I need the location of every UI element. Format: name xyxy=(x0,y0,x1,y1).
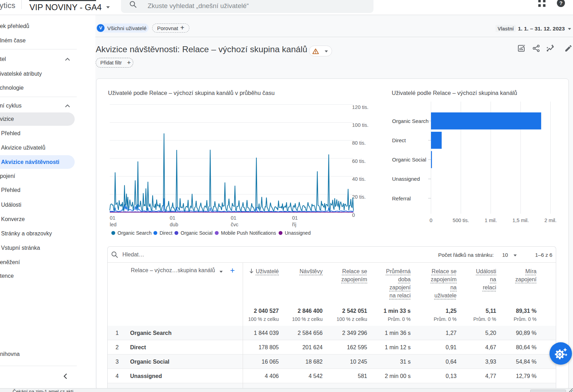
svg-text:Mobile Push Notifications: Mobile Push Notifications xyxy=(221,230,276,236)
svg-text:1 mil.: 1 mil. xyxy=(485,218,497,223)
svg-text:Direct: Direct xyxy=(392,137,406,143)
svg-text:Organic Social: Organic Social xyxy=(392,157,426,163)
svg-text:01: 01 xyxy=(292,215,298,221)
svg-text:čvc: čvc xyxy=(231,222,238,227)
svg-text:Organic Search: Organic Search xyxy=(117,230,151,236)
svg-text:01: 01 xyxy=(231,215,236,221)
svg-text:500 tis.: 500 tis. xyxy=(453,218,469,223)
svg-text:100 tis.: 100 tis. xyxy=(352,122,369,128)
svg-text:60 tis.: 60 tis. xyxy=(352,158,366,164)
svg-text:120 tis.: 120 tis. xyxy=(352,104,369,110)
svg-text:1,5 mil.: 1,5 mil. xyxy=(512,218,529,223)
svg-text:Organic Social: Organic Social xyxy=(181,230,213,236)
svg-text:0: 0 xyxy=(352,212,355,218)
svg-text:80 tis.: 80 tis. xyxy=(352,140,366,146)
svg-text:dub: dub xyxy=(170,222,178,227)
svg-text:Unassigned: Unassigned xyxy=(285,230,311,236)
svg-text:40 tis.: 40 tis. xyxy=(352,176,366,182)
svg-text:Organic Search: Organic Search xyxy=(392,118,429,124)
svg-text:Direct: Direct xyxy=(160,230,173,236)
svg-text:01: 01 xyxy=(110,215,115,221)
svg-text:20 tis.: 20 tis. xyxy=(352,194,366,200)
svg-text:0: 0 xyxy=(430,218,432,223)
svg-text:Uživatelé podle Relace – výcho: Uživatelé podle Relace – výchozí skupina… xyxy=(108,90,275,96)
svg-text:Referral: Referral xyxy=(392,195,411,201)
svg-text:Uživatelé podle Relace – výcho: Uživatelé podle Relace – výchozí skupina… xyxy=(392,90,517,96)
svg-text:Unassigned: Unassigned xyxy=(392,176,420,182)
svg-text:led: led xyxy=(110,222,116,227)
svg-text:2 mil.: 2 mil. xyxy=(544,218,557,223)
svg-text:říj: říj xyxy=(292,222,296,227)
svg-text:01: 01 xyxy=(170,215,175,221)
